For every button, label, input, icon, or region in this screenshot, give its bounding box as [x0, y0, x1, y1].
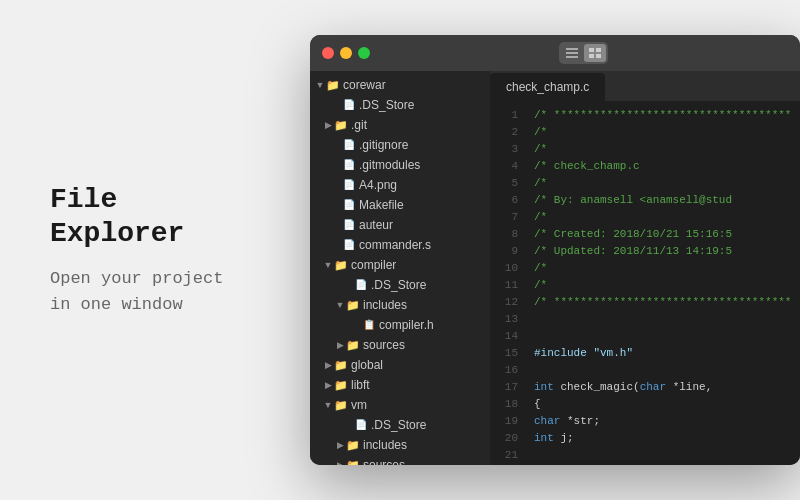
- app-subtitle: Open your project in one window: [50, 266, 250, 317]
- code-editor: check_champ.c 1234 5678 9101112 13141516…: [490, 71, 800, 465]
- folder-icon: 📁: [334, 358, 348, 372]
- chevron-icon: ▶: [322, 359, 334, 371]
- page-container: File Explorer Open your project in one w…: [0, 0, 800, 500]
- chevron-icon: ▼: [334, 299, 346, 311]
- tree-item-gitmodules[interactable]: 📄 .gitmodules: [310, 155, 490, 175]
- grid-view-btn[interactable]: [584, 44, 606, 62]
- file-icon: 📄: [342, 238, 356, 252]
- folder-icon: 📁: [334, 258, 348, 272]
- list-view-btn[interactable]: [561, 44, 583, 62]
- window-content: ▼ 📁 corewar 📄 .DS_Store ▶ 📁 .git: [310, 71, 800, 465]
- folder-icon: 📁: [346, 298, 360, 312]
- view-toggle[interactable]: [559, 42, 608, 64]
- tree-item-compiler[interactable]: ▼ 📁 compiler: [310, 255, 490, 275]
- tree-item-ds-store-2[interactable]: 📄 .DS_Store: [310, 275, 490, 295]
- chevron-icon: ▼: [322, 399, 334, 411]
- folder-icon: 📁: [346, 438, 360, 452]
- svg-rect-2: [566, 56, 578, 58]
- file-icon: 📄: [342, 138, 356, 152]
- chevron-icon: ▼: [314, 79, 326, 91]
- maximize-button[interactable]: [358, 47, 370, 59]
- tree-item-includes-2[interactable]: ▶ 📁 includes: [310, 435, 490, 455]
- tree-item-includes-1[interactable]: ▼ 📁 includes: [310, 295, 490, 315]
- tree-item-commanders[interactable]: 📄 commander.s: [310, 235, 490, 255]
- title-bar: [310, 35, 800, 71]
- traffic-lights: [322, 47, 370, 59]
- file-icon: 📄: [342, 178, 356, 192]
- chevron-icon: ▶: [334, 459, 346, 465]
- tree-item-ds-store-1[interactable]: 📄 .DS_Store: [310, 95, 490, 115]
- folder-icon: 📁: [334, 398, 348, 412]
- chevron-icon: ▶: [322, 379, 334, 391]
- line-numbers: 1234 5678 9101112 13141516 17181920 2122…: [490, 101, 526, 465]
- folder-icon: 📁: [334, 378, 348, 392]
- app-window: ▼ 📁 corewar 📄 .DS_Store ▶ 📁 .git: [310, 35, 800, 465]
- file-icon: 📄: [354, 418, 368, 432]
- code-area: 1234 5678 9101112 13141516 17181920 2122…: [490, 101, 800, 465]
- tree-item-git[interactable]: ▶ 📁 .git: [310, 115, 490, 135]
- svg-rect-0: [566, 48, 578, 50]
- file-tree[interactable]: ▼ 📁 corewar 📄 .DS_Store ▶ 📁 .git: [310, 71, 490, 465]
- file-icon: 📄: [342, 158, 356, 172]
- left-panel: File Explorer Open your project in one w…: [0, 143, 300, 357]
- folder-icon: 📁: [334, 118, 348, 132]
- tree-item-makefile[interactable]: 📄 Makefile: [310, 195, 490, 215]
- tree-item-compilerh[interactable]: 📋 compiler.h: [310, 315, 490, 335]
- tree-item-corewar[interactable]: ▼ 📁 corewar: [310, 75, 490, 95]
- tree-item-ds-store-3[interactable]: 📄 .DS_Store: [310, 415, 490, 435]
- folder-icon: 📁: [346, 458, 360, 465]
- tree-item-sources-1[interactable]: ▶ 📁 sources: [310, 335, 490, 355]
- close-button[interactable]: [322, 47, 334, 59]
- svg-rect-3: [589, 48, 594, 52]
- subtitle-line2: in one window: [50, 295, 183, 314]
- svg-rect-4: [596, 48, 601, 52]
- tree-item-vm[interactable]: ▼ 📁 vm: [310, 395, 490, 415]
- subtitle-line1: Open your project: [50, 269, 223, 288]
- file-icon: 📄: [342, 198, 356, 212]
- tree-item-libft[interactable]: ▶ 📁 libft: [310, 375, 490, 395]
- chevron-icon: ▶: [322, 119, 334, 131]
- tree-item-auteur[interactable]: 📄 auteur: [310, 215, 490, 235]
- chevron-icon: ▶: [334, 439, 346, 451]
- editor-tab-check-champ[interactable]: check_champ.c: [490, 73, 605, 101]
- title-bar-center: [378, 42, 788, 64]
- file-icon: 📄: [342, 218, 356, 232]
- tree-item-a4png[interactable]: 📄 A4.png: [310, 175, 490, 195]
- app-title: File Explorer: [50, 183, 250, 250]
- tree-item-global[interactable]: ▶ 📁 global: [310, 355, 490, 375]
- minimize-button[interactable]: [340, 47, 352, 59]
- chevron-icon: ▶: [334, 339, 346, 351]
- svg-rect-6: [596, 54, 601, 58]
- file-icon: 📄: [354, 278, 368, 292]
- tree-item-gitignore[interactable]: 📄 .gitignore: [310, 135, 490, 155]
- editor-tabs: check_champ.c: [490, 71, 800, 101]
- chevron-icon: ▼: [322, 259, 334, 271]
- file-icon: 📋: [362, 318, 376, 332]
- tree-item-sources-2[interactable]: ▶ 📁 sources: [310, 455, 490, 465]
- file-icon: 📄: [342, 98, 356, 112]
- svg-rect-1: [566, 52, 578, 54]
- svg-rect-5: [589, 54, 594, 58]
- code-content[interactable]: /* ************************************ …: [526, 101, 800, 465]
- folder-icon: 📁: [326, 78, 340, 92]
- folder-icon: 📁: [346, 338, 360, 352]
